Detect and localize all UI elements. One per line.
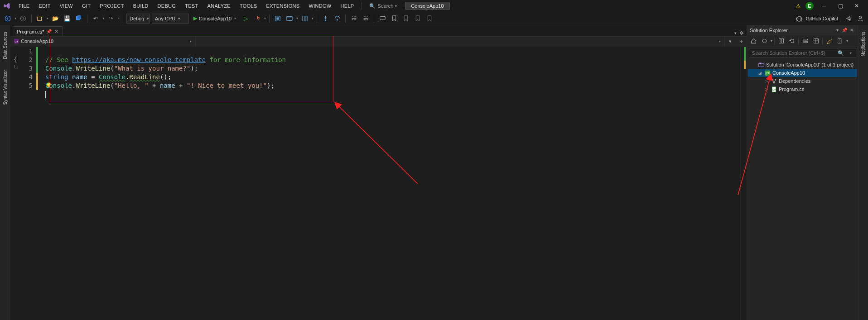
warning-icon[interactable]: ⚠ <box>796 3 801 10</box>
start-debug-button[interactable]: ▶ ConsoleApp10 ▾ <box>191 14 239 24</box>
solution-explorer-panel: Solution Explorer ▾ 📌 ✕ ▾ <box>747 25 858 320</box>
menu-window[interactable]: WINDOW <box>304 2 335 10</box>
svg-point-14 <box>796 17 802 21</box>
file-tab-program[interactable]: Program.cs* 📌 ✕ <box>13 26 63 36</box>
redo-button[interactable]: ↷ <box>106 14 116 24</box>
solution-title-chip[interactable]: ConsoleApp10 <box>405 2 449 10</box>
menu-project[interactable]: PROJECT <box>96 2 128 10</box>
toolbar-btn-c[interactable] <box>300 14 310 24</box>
menu-debug[interactable]: DEBUG <box>154 2 180 10</box>
left-tab-data-sources[interactable]: Data Sources <box>2 29 9 62</box>
code-editor[interactable]: { 1 2 3 4 5 💡 // See https://aka.ms/new-… <box>10 46 747 320</box>
pin-icon[interactable]: 📌 <box>46 29 52 34</box>
menu-test[interactable]: TEST <box>181 2 202 10</box>
nav-forward-button[interactable] <box>18 14 28 24</box>
menu-analyze[interactable]: ANALYZE <box>203 2 235 10</box>
right-tab-notifications[interactable]: Notifications <box>860 29 867 59</box>
svg-point-1 <box>20 16 25 21</box>
nav-add-button[interactable]: ＋ <box>736 37 747 46</box>
menu-help[interactable]: HELP <box>337 2 358 10</box>
bookmark-button[interactable] <box>389 14 399 24</box>
start-without-debug-button[interactable]: ▷ <box>241 14 251 24</box>
overview-ruler[interactable] <box>740 46 747 320</box>
solution-explorer-title: Solution Explorer <box>750 28 788 33</box>
undo-button[interactable]: ↶ <box>91 14 101 24</box>
close-tab-icon[interactable]: ✕ <box>54 29 58 34</box>
outline-margin: { <box>10 46 19 320</box>
close-window-button[interactable]: ✕ <box>851 1 863 10</box>
new-item-button[interactable] <box>35 14 45 24</box>
solution-explorer-search-input[interactable] <box>749 50 836 56</box>
solution-explorer-search[interactable]: 🔍 ▾ <box>749 48 856 58</box>
vs-logo-icon <box>3 2 11 10</box>
solution-tree[interactable]: Solution 'ConsoleApp10' (1 of 1 project)… <box>747 59 858 320</box>
maximize-button[interactable]: ▢ <box>834 1 846 10</box>
menu-tools[interactable]: TOOLS <box>236 2 261 10</box>
nav-split-button[interactable]: ▾ <box>725 37 736 46</box>
tree-solution-node[interactable]: Solution 'ConsoleApp10' (1 of 1 project) <box>748 61 857 69</box>
expander-icon[interactable]: ◢ <box>757 71 762 75</box>
bookmark-clear-button[interactable] <box>424 14 434 24</box>
se-preview-icon[interactable] <box>835 37 844 46</box>
tree-program-node[interactable]: ▷ C# Program.cs <box>748 85 857 93</box>
step-over-button[interactable] <box>332 14 342 24</box>
se-refresh-icon[interactable] <box>787 37 796 46</box>
code-content[interactable]: // See https://aka.ms/new-console-templa… <box>39 46 740 320</box>
svg-rect-7 <box>287 16 292 20</box>
comment-button[interactable] <box>377 14 387 24</box>
se-switch-views-icon[interactable] <box>760 37 769 46</box>
svg-point-11 <box>325 19 326 21</box>
left-tab-syntax-visualizer[interactable]: Syntax Visualizer <box>2 67 9 108</box>
active-files-dropdown[interactable]: ▾ <box>734 31 737 35</box>
nav-member-dropdown[interactable]: ▾ <box>196 37 725 46</box>
panel-dropdown-icon[interactable]: ▾ <box>834 27 841 34</box>
menu-git[interactable]: GIT <box>78 2 95 10</box>
save-button[interactable]: 💾 <box>62 14 72 24</box>
solution-explorer-header[interactable]: Solution Explorer ▾ 📌 ✕ <box>747 25 858 35</box>
menu-view[interactable]: VIEW <box>56 2 77 10</box>
step-into-button[interactable] <box>320 14 330 24</box>
user-avatar[interactable]: E <box>805 2 814 10</box>
svg-rect-22 <box>779 39 781 43</box>
nav-back-button[interactable] <box>3 14 13 24</box>
se-home-icon[interactable] <box>749 37 758 46</box>
menu-edit[interactable]: EDIT <box>34 2 54 10</box>
se-properties-icon[interactable] <box>825 37 834 46</box>
nav-project-dropdown[interactable]: C# ConsoleApp10 ▾ <box>10 37 196 46</box>
open-file-button[interactable]: 📂 <box>50 14 60 24</box>
svg-rect-10 <box>305 16 307 21</box>
search-icon[interactable]: 🔍 <box>836 50 846 56</box>
bookmark-prev-button[interactable] <box>401 14 411 24</box>
search-chevron-icon[interactable]: ▾ <box>846 51 856 55</box>
expander-icon[interactable]: ▷ <box>763 87 769 91</box>
save-all-button[interactable] <box>74 14 84 24</box>
platform-dropdown[interactable]: Any CPU▾ <box>152 14 189 24</box>
panel-close-icon[interactable]: ✕ <box>848 27 855 34</box>
menu-file[interactable]: FILE <box>14 2 34 10</box>
github-copilot-button[interactable]: GitHub Copilot <box>792 15 842 22</box>
csharp-file-icon: C# <box>771 86 777 92</box>
se-sync-icon[interactable] <box>776 37 786 46</box>
se-collapse-icon[interactable] <box>800 37 810 46</box>
indent-more-button[interactable] <box>361 14 371 24</box>
expander-icon[interactable]: ▷ <box>763 79 769 83</box>
tree-project-node[interactable]: ◢ C# ConsoleApp10 <box>748 69 857 77</box>
toolbar-btn-b[interactable] <box>285 14 294 24</box>
tree-dependencies-node[interactable]: ▷ Dependencies <box>748 77 857 85</box>
panel-pin-icon[interactable]: 📌 <box>841 27 848 34</box>
account-button[interactable] <box>855 14 865 24</box>
se-showall-icon[interactable] <box>811 37 820 46</box>
hot-reload-button[interactable] <box>252 14 262 24</box>
config-dropdown[interactable]: Debug▾ <box>126 14 150 24</box>
menu-extensions[interactable]: EXTENSIONS <box>262 2 304 10</box>
global-search[interactable]: 🔍 Search ▾ <box>366 2 400 10</box>
menu-build[interactable]: BUILD <box>129 2 153 10</box>
minimize-button[interactable]: ─ <box>818 1 830 10</box>
tab-settings-icon[interactable]: ✲ <box>739 30 744 36</box>
play-icon: ▶ <box>193 15 197 21</box>
share-button[interactable] <box>844 14 854 24</box>
toolbar-btn-a[interactable] <box>273 14 283 24</box>
indent-less-button[interactable] <box>349 14 359 24</box>
bookmark-next-button[interactable] <box>413 14 423 24</box>
tree-program-label: Program.cs <box>779 86 804 92</box>
